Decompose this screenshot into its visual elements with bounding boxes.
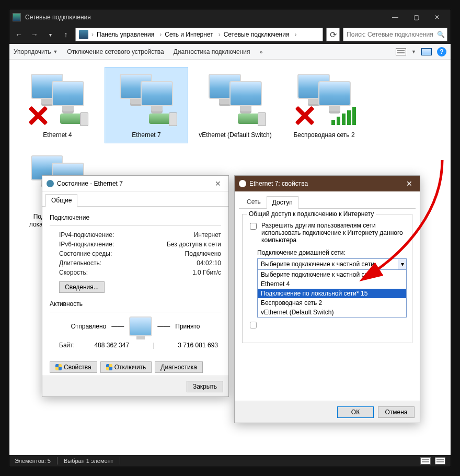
status-bar: Элементов: 5 Выбран 1 элемент <box>9 455 451 467</box>
bc-connections[interactable]: Сетевые подключения <box>222 28 294 41</box>
x-icon <box>28 104 49 125</box>
search-icon[interactable]: 🔍 <box>437 31 445 38</box>
combo-selected: Выберите подключение к частной сети <box>261 260 374 268</box>
minimize-button[interactable]: — <box>385 9 406 25</box>
home-network-label: Подключение домашней сети: <box>257 249 407 256</box>
shield-icon <box>106 364 112 370</box>
bc-network[interactable]: Сеть и Интернет <box>163 28 217 41</box>
speed-value: 1.0 Гбит/с <box>192 269 221 276</box>
ipv6-label: IPv6-подключение: <box>59 241 114 248</box>
chevron-down-icon[interactable]: ▼ <box>411 49 416 54</box>
properties-dialog: Ethernet 7: свойства ✕ Сеть Доступ Общий… <box>234 175 420 423</box>
disable-device-button[interactable]: Отключение сетевого устройства <box>67 48 164 55</box>
connection-section: Подключение <box>50 214 221 221</box>
network-icon <box>239 180 246 187</box>
item-count: Элементов: 5 <box>15 458 51 464</box>
bytes-label: Байт: <box>59 342 75 349</box>
help-button[interactable]: ? <box>437 47 446 56</box>
details-button[interactable]: Сведения... <box>59 281 105 293</box>
ok-button[interactable]: ОК <box>337 406 374 418</box>
combo-option[interactable]: Выберите подключение к частной сети <box>258 270 406 279</box>
combo-option[interactable]: vEthernet (Default Switch) <box>258 308 406 317</box>
combo-option[interactable]: Ethernet 4 <box>258 279 406 289</box>
props-title-text: Ethernet 7: свойства <box>249 180 308 187</box>
x-icon <box>294 104 315 125</box>
activity-icon <box>129 316 152 336</box>
close-button[interactable]: ✕ <box>427 9 447 25</box>
selection-info: Выбран 1 элемент <box>64 458 113 464</box>
combo-option-selected[interactable]: Подключение по локальной сети* 15 <box>258 289 406 298</box>
diagnose-button[interactable]: Диагностика подключения <box>174 48 250 55</box>
connection-ethernet4[interactable]: Ethernet 4 <box>16 67 99 143</box>
connection-label: Беспроводная сеть 2 <box>285 131 363 140</box>
connection-vethernet[interactable]: vEthernet (Default Switch) <box>193 67 277 143</box>
preview-pane-button[interactable] <box>421 48 432 55</box>
organize-menu[interactable]: Упорядочить ▼ <box>14 48 58 55</box>
props-dialog-title[interactable]: Ethernet 7: свойства ✕ <box>235 176 420 191</box>
tab-access[interactable]: Доступ <box>267 196 298 209</box>
forward-button[interactable]: → <box>28 28 41 41</box>
duration-value: 04:02:10 <box>197 259 221 267</box>
allow-control-checkbox[interactable] <box>250 322 257 328</box>
search-input[interactable] <box>346 30 437 39</box>
allow-sharing-label: Разрешить другим пользователям сети испо… <box>261 222 407 244</box>
maximize-button[interactable]: ▢ <box>406 9 427 25</box>
chevron-down-icon: ▾ <box>398 259 406 269</box>
ipv4-label: IPv4-подключение: <box>59 231 114 239</box>
tab-network[interactable]: Сеть <box>241 196 267 208</box>
bytes-sent: 488 362 347 <box>94 342 129 349</box>
back-button[interactable]: ← <box>13 28 25 41</box>
organize-label: Упорядочить <box>14 48 51 55</box>
allow-sharing-checkbox[interactable] <box>250 223 257 230</box>
status-dialog-title[interactable]: Состояние - Ethernet 7 ✕ <box>42 176 228 191</box>
activity-section: Активность <box>50 300 221 308</box>
network-icon <box>47 180 54 187</box>
toolbar: Упорядочить ▼ Отключение сетевого устрой… <box>9 44 451 60</box>
combo-option[interactable]: Беспроводная сеть 2 <box>258 298 406 308</box>
ics-group: Общий доступ к подключению к Интернету Р… <box>242 214 412 343</box>
status-title-text: Состояние - Ethernet 7 <box>57 180 123 187</box>
details-view-button[interactable] <box>420 457 431 464</box>
bc-control-panel[interactable]: Панель управления <box>95 28 158 41</box>
combo-dropdown: Выберите подключение к частной сети Ethe… <box>257 270 407 318</box>
app-icon <box>13 13 21 21</box>
disable-button[interactable]: Отключить <box>100 361 152 373</box>
connection-wifi2[interactable]: Беспроводная сеть 2 <box>282 67 366 143</box>
breadcrumb-icon <box>79 30 88 39</box>
window-title: Сетевые подключения <box>25 14 91 21</box>
up-button[interactable]: ↑ <box>60 28 72 41</box>
home-network-combo[interactable]: Выберите подключение к частной сети ▾ Вы… <box>257 258 407 318</box>
connection-label: Ethernet 4 <box>18 131 97 140</box>
connection-label: vEthernet (Default Switch) <box>196 131 274 140</box>
search-box[interactable]: 🔍 <box>343 28 447 41</box>
speed-label: Скорость: <box>59 269 88 276</box>
large-icons-button[interactable] <box>435 457 445 464</box>
signal-icon <box>331 107 356 125</box>
diagnose-button[interactable]: Диагностика <box>155 361 203 373</box>
recent-button[interactable]: ▾ <box>44 28 56 41</box>
media-label: Состояние среды: <box>59 250 112 257</box>
breadcrumb[interactable]: › Панель управления › Сеть и Интернет › … <box>75 28 323 41</box>
ipv4-value: Интернет <box>194 231 221 239</box>
duration-label: Длительность: <box>59 259 101 267</box>
sent-label: Отправлено <box>71 323 107 330</box>
close-dialog-button[interactable]: Закрыть <box>187 381 223 392</box>
close-button[interactable]: ✕ <box>403 179 416 188</box>
connection-ethernet7[interactable]: Ethernet 7 <box>105 67 188 143</box>
shield-icon <box>55 364 62 370</box>
titlebar: Сетевые подключения — ▢ ✕ <box>9 9 451 25</box>
cancel-button[interactable]: Отмена <box>378 406 415 418</box>
ics-legend: Общий доступ к подключению к Интернету <box>247 210 376 218</box>
properties-button[interactable]: Свойства <box>50 361 97 373</box>
view-mode-button[interactable] <box>396 48 406 55</box>
bytes-received: 3 716 081 693 <box>178 342 218 349</box>
connection-label: Ethernet 7 <box>107 131 186 140</box>
status-dialog: Состояние - Ethernet 7 ✕ Общие Подключен… <box>42 175 229 397</box>
ipv6-value: Без доступа к сети <box>167 241 221 248</box>
close-button[interactable]: ✕ <box>212 179 224 188</box>
media-value: Подключено <box>185 250 221 257</box>
received-label: Принято <box>175 323 200 330</box>
tab-general[interactable]: Общие <box>45 194 77 207</box>
refresh-button[interactable]: ⟳ <box>326 28 340 41</box>
overflow-button[interactable]: » <box>259 49 262 55</box>
